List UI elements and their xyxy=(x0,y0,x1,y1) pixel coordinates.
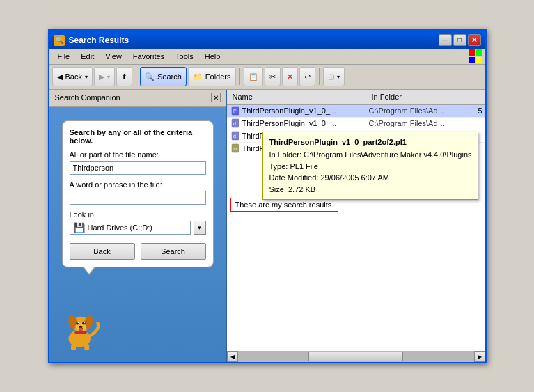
delete-button[interactable]: ✕ xyxy=(282,67,298,86)
filename-input[interactable] xyxy=(70,161,206,175)
lookin-dropdown-button[interactable]: ▾ xyxy=(194,221,206,235)
lookin-label: Look in: xyxy=(70,210,206,219)
back-button[interactable]: ◀ Back ▾ xyxy=(52,67,93,86)
svg-text:P: P xyxy=(233,109,237,113)
toolbar: ◀ Back ▾ ▶ ▾ ⬆ 🔍 Search 📁 Folders 📋 ✂ ✕ xyxy=(49,65,485,90)
main-window: 🔍 Search Results ─ □ ✕ File Edit View Fa… xyxy=(48,29,487,363)
toolbar-separator-1 xyxy=(136,68,136,85)
search-icon: 🔍 xyxy=(145,72,155,81)
menu-view[interactable]: View xyxy=(100,51,127,62)
filename-label: All or part of the file name: xyxy=(70,150,206,159)
file-size: 5 xyxy=(450,107,485,115)
views-button[interactable]: ⊞ ▾ xyxy=(323,67,345,86)
menu-bar: File Edit View Favorites Tools Help xyxy=(49,49,485,65)
content-area: Search Companion ✕ Search by any or all … xyxy=(49,90,485,362)
tooltip-line2: In Folder: C:\Program Files\Adventure Ma… xyxy=(269,149,471,161)
xp-logo xyxy=(469,49,482,63)
copy-icon: 📋 xyxy=(249,72,258,81)
back-label: Back xyxy=(65,72,82,81)
folders-label: Folders xyxy=(205,72,231,81)
undo-button[interactable]: ↩ xyxy=(299,67,315,86)
svg-text:d: d xyxy=(233,134,236,139)
bottom-buttons: Back Search xyxy=(70,243,206,260)
toolbar-separator-2 xyxy=(239,68,240,85)
menu-tools[interactable]: Tools xyxy=(170,51,199,62)
copy-button[interactable]: 📋 xyxy=(244,67,263,86)
svg-point-7 xyxy=(77,322,79,323)
svg-point-5 xyxy=(76,322,79,324)
tooltip-line5: Size: 2.72 KB xyxy=(269,184,471,196)
search-companion-label: Search Companion xyxy=(55,93,120,102)
file-tooltip: ThirdPersonPlugin_v1_0_part2of2.pl1 In F… xyxy=(262,132,478,201)
undo-icon: ↩ xyxy=(304,72,311,81)
svg-point-6 xyxy=(82,322,85,324)
move-icon: ✂ xyxy=(269,72,276,81)
file-icon: ini xyxy=(230,142,242,155)
drive-icon: 💾 xyxy=(73,222,85,233)
forward-arrow-icon: ▶ xyxy=(99,72,104,81)
svg-point-8 xyxy=(84,322,85,323)
close-button[interactable]: ✕ xyxy=(468,34,481,46)
search-label: Search xyxy=(157,72,182,81)
menu-favorites[interactable]: Favorites xyxy=(127,51,170,62)
menu-help[interactable]: Help xyxy=(199,51,226,62)
back-dropdown-icon: ▾ xyxy=(85,74,88,80)
lookin-row: 💾 Hard Drives (C:;D:) ▾ xyxy=(70,221,206,235)
name-column-header[interactable]: Name xyxy=(227,91,366,102)
forward-button[interactable]: ▶ ▾ xyxy=(94,67,115,86)
tooltip-line4: Date Modified: 29/06/2005 6:07 AM xyxy=(269,172,471,184)
back-arrow-icon: ◀ xyxy=(57,72,63,81)
back-panel-button[interactable]: Back xyxy=(70,243,135,260)
window-title: Search Results xyxy=(69,36,439,45)
scroll-track[interactable] xyxy=(238,351,474,362)
scroll-left-button[interactable]: ◀ xyxy=(227,351,238,362)
scroll-right-button[interactable]: ▶ xyxy=(474,351,485,362)
folders-icon: 📁 xyxy=(193,72,203,81)
table-row[interactable]: d ThirdPersonPlugin_v1_0_... C:\Program … xyxy=(227,118,485,130)
up-arrow-icon: ⬆ xyxy=(121,72,127,81)
maximize-button[interactable]: □ xyxy=(453,34,466,46)
left-panel-close-button[interactable]: ✕ xyxy=(211,93,221,102)
window-icon: 🔍 xyxy=(54,35,65,46)
table-row[interactable]: P ThirdPersonPlugin_v1_0_... C:\Program … xyxy=(227,105,485,118)
speech-bubble: Search by any or all of the criteria bel… xyxy=(62,120,214,267)
folders-button[interactable]: 📁 Folders xyxy=(188,67,236,86)
up-button[interactable]: ⬆ xyxy=(116,67,132,86)
delete-icon: ✕ xyxy=(287,72,293,81)
left-panel: Search Companion ✕ Search by any or all … xyxy=(49,90,227,362)
file-name: ThirdPersonPlugin_v1_0_... xyxy=(242,119,369,127)
file-icon: P xyxy=(230,105,242,118)
phrase-input[interactable] xyxy=(70,191,206,205)
lookin-value: Hard Drives (C:;D:) xyxy=(88,224,187,232)
dog-container xyxy=(56,305,105,355)
tooltip-line1: ThirdPersonPlugin_v1_0_part2of2.pl1 xyxy=(269,136,471,148)
bubble-title: Search by any or all of the criteria bel… xyxy=(70,128,206,145)
svg-rect-12 xyxy=(84,344,89,350)
forward-dropdown-icon: ▾ xyxy=(107,74,110,80)
menu-file[interactable]: File xyxy=(52,51,76,62)
file-name: ThirdPersonPlugin_v1_0_... xyxy=(242,107,369,115)
title-bar: 🔍 Search Results ─ □ ✕ xyxy=(49,31,485,49)
menu-edit[interactable]: Edit xyxy=(75,51,100,62)
views-dropdown-icon: ▾ xyxy=(337,74,340,80)
scroll-thumb[interactable] xyxy=(308,352,403,361)
file-folder: C:\Program Files\Adventur... xyxy=(369,119,450,127)
search-panel-button[interactable]: Search xyxy=(141,243,206,260)
file-folder: C:\Program Files\Adventur... xyxy=(369,107,450,115)
dog-icon xyxy=(56,305,105,354)
toolbar-separator-3 xyxy=(319,68,320,85)
phrase-label: A word or phrase in the file: xyxy=(70,180,206,189)
svg-text:d: d xyxy=(233,121,236,126)
views-icon: ⊞ xyxy=(328,72,334,81)
search-button[interactable]: 🔍 Search xyxy=(140,67,187,86)
right-panel: Name In Folder P ThirdPersonPlugin_v1_0_… xyxy=(227,90,485,362)
file-icon: d xyxy=(230,117,242,130)
column-headers: Name In Folder xyxy=(227,90,485,105)
svg-rect-11 xyxy=(71,344,76,350)
infolder-column-header[interactable]: In Folder xyxy=(366,91,485,102)
tooltip-line3: Type: PL1 File xyxy=(269,161,471,173)
title-bar-controls: ─ □ ✕ xyxy=(439,34,481,46)
move-button[interactable]: ✂ xyxy=(265,67,281,86)
file-icon: d xyxy=(230,130,242,142)
minimize-button[interactable]: ─ xyxy=(439,34,452,46)
